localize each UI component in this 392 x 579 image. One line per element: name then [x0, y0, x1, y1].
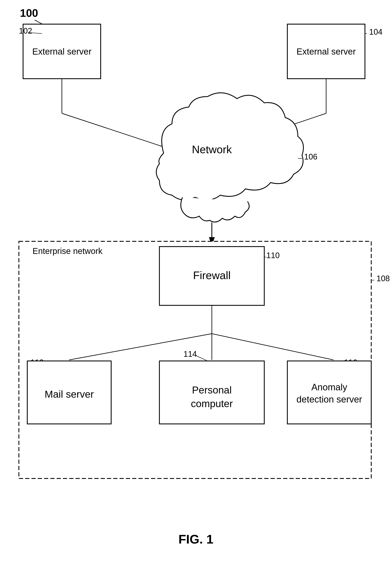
personal-computer-label-line2: computer — [191, 398, 233, 409]
personal-computer-label-line1: Personal — [192, 384, 232, 396]
figure-caption: FIG. 1 — [179, 532, 213, 546]
external-server-left-label: External server — [32, 47, 91, 57]
ref-102: 102 — [19, 26, 32, 35]
network-cloud: Network 106 — [156, 93, 317, 222]
ref-110: 110 — [266, 251, 280, 260]
external-server-right-label: External server — [297, 47, 356, 57]
diagram-container: 100 External server 102 External server … — [0, 0, 392, 579]
ref-106: 106 — [304, 152, 317, 161]
firewall-label: Firewall — [193, 269, 231, 282]
mail-server-label: Mail server — [45, 389, 94, 400]
enterprise-network-label: Enterprise network — [33, 246, 103, 256]
anomaly-detection-label-line1: Anomaly — [311, 382, 347, 392]
figure-ref-100: 100 — [20, 7, 38, 19]
ref-104: 104 — [369, 27, 382, 36]
anomaly-detection-server-box — [287, 361, 371, 424]
ref-108: 108 — [377, 274, 390, 283]
anomaly-detection-label-line2: detection server — [296, 394, 362, 404]
svg-line-5 — [62, 113, 164, 147]
ref-114: 114 — [184, 350, 197, 359]
network-label: Network — [192, 143, 232, 155]
